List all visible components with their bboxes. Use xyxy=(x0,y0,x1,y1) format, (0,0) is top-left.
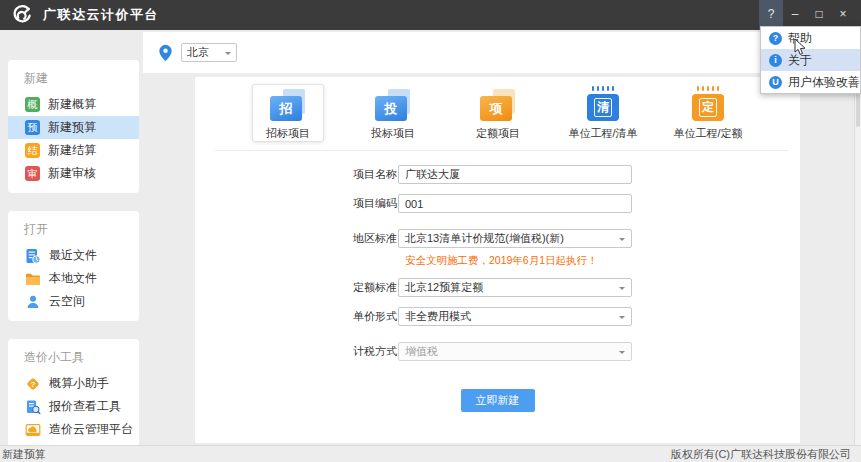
sidebar-item-label: 概算小助手 xyxy=(49,375,109,392)
status-left-text: 新建预算 xyxy=(2,447,46,462)
chevron-down-icon xyxy=(619,316,625,322)
sidebar-item-new-estimate[interactable]: 概 新建概算 xyxy=(8,93,139,116)
menu-item-help[interactable]: ? 帮助 xyxy=(761,27,860,49)
sidebar-item-cloud-space[interactable]: 云空间 xyxy=(8,290,139,313)
price-mode-select[interactable]: 非全费用模式 xyxy=(398,307,632,326)
tab-label: 投标项目 xyxy=(371,126,415,141)
sidebar-section-new: 新建 概 新建概算 预 新建预算 结 新建结算 审 新建审核 xyxy=(8,60,139,193)
tab-label: 招标项目 xyxy=(266,126,310,141)
sidebar-item-quote-viewer[interactable]: 报价查看工具 xyxy=(8,395,139,418)
tender-folder-icon: 投 xyxy=(371,90,415,121)
region-value: 北京 xyxy=(187,45,209,60)
sidebar-item-recent-files[interactable]: 最近文件 xyxy=(8,244,139,267)
menu-item-user-experience[interactable]: U 用户体验改善计划 xyxy=(761,71,860,93)
sidebar-item-cloud-platform[interactable]: 造价云管理平台 xyxy=(8,418,139,441)
sidebar: 新建 概 新建概算 预 新建预算 结 新建结算 审 新建审核 打开 xyxy=(8,60,139,462)
sidebar-item-label: 新建预算 xyxy=(48,119,96,136)
region-select[interactable]: 北京 xyxy=(181,43,237,62)
project-code-label: 项目编码 xyxy=(353,196,398,211)
tab-unit-list[interactable]: 清 单位工程/清单 xyxy=(567,84,639,142)
location-bar: 北京 xyxy=(143,32,861,73)
sidebar-item-new-settlement[interactable]: 结 新建结算 xyxy=(8,139,139,162)
project-code-input[interactable] xyxy=(398,194,632,213)
sidebar-item-local-files[interactable]: 本地文件 xyxy=(8,267,139,290)
region-standard-warning: 安全文明施工费，2019年6月1日起执行！ xyxy=(405,254,800,268)
chevron-down-icon xyxy=(225,52,231,58)
sidebar-section-open: 打开 最近文件 xyxy=(8,211,139,321)
assistant-icon: ? xyxy=(25,376,41,392)
unit-quota-pad-icon: 定 xyxy=(690,90,726,121)
sidebar-section-tools: 造价小工具 ? 概算小助手 xyxy=(8,339,139,449)
tab-quota-project[interactable]: 项 定额项目 xyxy=(462,84,534,142)
tab-unit-quota[interactable]: 定 单位工程/定额 xyxy=(672,84,744,142)
project-name-label: 项目名称 xyxy=(353,167,398,182)
sidebar-item-estimate-assistant[interactable]: ? 概算小助手 xyxy=(8,372,139,395)
help-dropdown-menu: ? 帮助 i 关于 U 用户体验改善计划 xyxy=(760,26,861,94)
copyright-text: 版权所有(C)广联达科技股份有限公司 xyxy=(671,447,851,462)
price-mode-label: 单价形式 xyxy=(353,309,398,324)
tax-mode-select[interactable]: 增值税 xyxy=(398,342,632,361)
main-area: 北京 招 招标项目 投 投标项目 xyxy=(143,30,861,445)
region-standard-select[interactable]: 北京13清单计价规范(增值税)(新) xyxy=(398,229,632,248)
settlement-badge-icon: 结 xyxy=(25,143,40,158)
app-title: 广联达云计价平台 xyxy=(43,6,159,24)
chevron-down-icon xyxy=(619,287,625,293)
create-now-button[interactable]: 立即新建 xyxy=(461,389,535,412)
project-type-tabs: 招 招标项目 投 投标项目 项 定额项目 xyxy=(195,77,800,142)
sidebar-item-label: 报价查看工具 xyxy=(49,398,121,415)
sidebar-item-label: 新建结算 xyxy=(48,142,96,159)
sidebar-item-label: 最近文件 xyxy=(49,247,97,264)
app-window: 广联达云计价平台 ? – □ × 新建 概 新建概算 预 新建预算 结 新建结算 xyxy=(0,0,861,462)
tab-label: 单位工程/清单 xyxy=(568,126,637,141)
section-title-tools: 造价小工具 xyxy=(8,347,139,372)
sidebar-item-label: 造价云管理平台 xyxy=(49,421,133,438)
recent-files-icon xyxy=(25,248,41,264)
section-title-new: 新建 xyxy=(8,68,139,93)
budget-badge-icon: 预 xyxy=(25,120,40,135)
new-project-form: 项目名称 项目编码 地区标准 北京13清单计价规范(增值税)(新) 安全文明施工… xyxy=(195,151,800,412)
audit-badge-icon: 审 xyxy=(25,166,40,181)
section-title-open: 打开 xyxy=(8,219,139,244)
content-panel: 招 招标项目 投 投标项目 项 定额项目 xyxy=(195,77,800,443)
sidebar-item-new-budget[interactable]: 预 新建预算 xyxy=(8,116,139,139)
tab-tender-project[interactable]: 投 投标项目 xyxy=(357,84,429,142)
sidebar-item-new-audit[interactable]: 审 新建审核 xyxy=(8,162,139,185)
quote-viewer-icon xyxy=(25,399,41,415)
statusbar: 新建预算 版权所有(C)广联达科技股份有限公司 xyxy=(0,445,861,462)
quota-folder-icon: 项 xyxy=(476,90,520,121)
menu-item-about[interactable]: i 关于 xyxy=(761,49,860,71)
quota-standard-label: 定额标准 xyxy=(353,280,398,295)
cloud-platform-icon xyxy=(25,422,41,438)
sidebar-item-label: 新建审核 xyxy=(48,165,96,182)
quota-standard-select[interactable]: 北京12预算定额 xyxy=(398,278,632,297)
sidebar-item-label: 本地文件 xyxy=(49,270,97,287)
sidebar-item-label: 云空间 xyxy=(49,293,85,310)
uep-circle-icon: U xyxy=(769,76,782,89)
tax-mode-label: 计税方式 xyxy=(353,344,398,359)
project-name-input[interactable] xyxy=(398,165,632,184)
unit-list-pad-icon: 清 xyxy=(585,90,621,121)
sidebar-item-label: 新建概算 xyxy=(48,96,96,113)
location-pin-icon xyxy=(158,44,173,62)
titlebar: 广联达云计价平台 ? – □ × xyxy=(0,0,861,30)
info-circle-icon: i xyxy=(769,54,782,67)
glodon-logo-icon xyxy=(11,4,33,26)
chevron-down-icon xyxy=(619,238,625,244)
bidding-folder-icon: 招 xyxy=(266,90,310,121)
svg-text:?: ? xyxy=(31,380,36,389)
question-circle-icon: ? xyxy=(769,32,782,45)
local-files-icon xyxy=(25,271,41,287)
region-standard-label: 地区标准 xyxy=(353,231,398,246)
tab-label: 定额项目 xyxy=(476,126,520,141)
cloud-space-icon xyxy=(25,294,41,310)
chevron-down-icon xyxy=(619,351,625,357)
estimate-badge-icon: 概 xyxy=(25,97,40,112)
tab-bidding-project[interactable]: 招 招标项目 xyxy=(252,84,324,142)
tab-label: 单位工程/定额 xyxy=(673,126,742,141)
